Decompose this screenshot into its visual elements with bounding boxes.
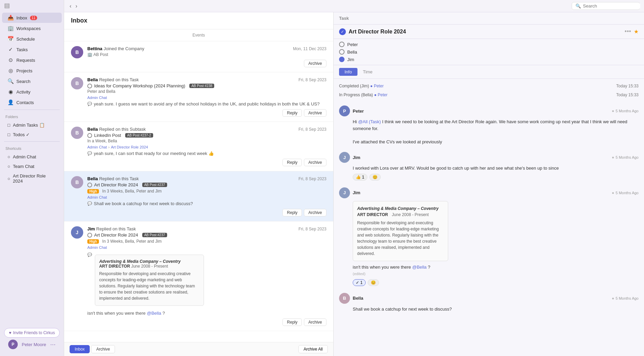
msg-task-5: Art Director Role 2024 AB Post #237 xyxy=(87,232,326,238)
chat-author-bella: Bella xyxy=(353,296,363,301)
time-tab[interactable]: Time xyxy=(357,68,378,76)
reaction-smile-2[interactable]: 😊 xyxy=(368,279,379,286)
reactions-jim-1: 👍 1 😊 xyxy=(339,174,639,181)
sidebar-toggle[interactable]: ▤ xyxy=(4,2,10,9)
main-area: ‹ › 🔍 Inbox Events B Bettina Joined the … xyxy=(64,0,644,356)
info-time-tabs: Info Time xyxy=(334,65,644,79)
shortcut-label-0: Admin Chat xyxy=(13,154,36,159)
msg-preview-5: isn't this when you were there @Bella ? xyxy=(87,311,326,316)
shortcut-item-0[interactable]: ○Admin Chat xyxy=(2,152,62,161)
task-section-header: Task xyxy=(334,12,644,25)
folder-item-1[interactable]: □Todos ✓ xyxy=(2,130,62,139)
archive-all-button[interactable]: Archive All xyxy=(298,345,328,353)
inbox-item-1[interactable]: B Bettina Joined the Company Mon, 11 Dec… xyxy=(64,41,333,72)
msg-author-1: Bettina Joined the Company xyxy=(87,46,144,51)
chat-avatar-jim-2: J xyxy=(339,187,350,198)
sidebar: ▤ 📥 Inbox 11 🏢 Workspaces 📅 Schedule ✓ T… xyxy=(0,0,64,356)
task-more-icon[interactable]: ••• xyxy=(625,28,631,35)
inbox-tab[interactable]: Inbox xyxy=(70,345,90,353)
msg-author-5: Jim Replied on this Task xyxy=(87,226,136,231)
sidebar-item-inbox[interactable]: 📥 Inbox 11 xyxy=(2,13,62,23)
msg-tag-2: Admin Chat xyxy=(87,96,107,100)
msg-content-4: Bella Replied on this Task Fri, 8 Sep 20… xyxy=(87,176,326,216)
status-item-2: In Progress (Bella) ● Peter Today 15:33 xyxy=(334,90,644,99)
sidebar-item-projects[interactable]: ◎ Projects xyxy=(2,66,62,76)
sidebar-item-requests[interactable]: ⊙ Requests xyxy=(2,55,62,65)
priority-row-4: High In 3 Weeks, Bella, Peter and Jim xyxy=(87,188,326,194)
task-name-row: ✓ Art Director Role 2024 ••• ★ xyxy=(334,25,644,39)
cv-preview-5: 💬 Advertising & Media Company – Coventry… xyxy=(87,252,326,309)
shortcut-icon-2: ○ xyxy=(8,176,10,181)
folder-icon-0: □ xyxy=(8,123,10,128)
archive-btn-3[interactable]: Archive xyxy=(304,159,326,166)
sidebar-label-contacts: Contacts xyxy=(16,100,34,105)
user-avatar: P xyxy=(8,340,18,349)
sidebar-item-schedule[interactable]: 📅 Schedule xyxy=(2,34,62,44)
schedule-icon: 📅 xyxy=(8,36,14,42)
sidebar-item-contacts[interactable]: 👤 Contacts xyxy=(2,97,62,108)
badge-2: AB Post #238 xyxy=(189,84,214,88)
task-star-icon[interactable]: ★ xyxy=(634,28,639,35)
chat-author-jim-1: Jim xyxy=(353,155,360,160)
msg-actions-4: Reply Archive xyxy=(87,209,326,216)
inbox-item-3[interactable]: B Bella Replied on this Subtask Fri, 8 S… xyxy=(64,122,333,171)
priority-high-4: High xyxy=(87,189,99,194)
inbox-tabs: Inbox Archive xyxy=(70,345,115,353)
inbox-item-4[interactable]: B Bella Replied on this Task Fri, 8 Sep … xyxy=(64,171,333,222)
folder-item-0[interactable]: □Admin Tasks 📋 xyxy=(2,120,62,130)
assignee-name-bella: Bella xyxy=(347,49,357,55)
sidebar-item-workspaces[interactable]: 🏢 Workspaces xyxy=(2,23,62,33)
inbox-item-2[interactable]: B Bella Replied on this Task Fri, 8 Sep … xyxy=(64,72,333,122)
chat-time-jim-1: ● 5 Months Ago xyxy=(612,155,639,160)
priority-row-5: High In 3 Weeks, Bella, Peter and Jim xyxy=(87,239,326,244)
assignees-list: Peter Bella Jim xyxy=(334,39,644,65)
sidebar-item-activity[interactable]: ◉ Activity xyxy=(2,87,62,97)
task-circle-3 xyxy=(87,133,92,138)
reaction-thumbs-1[interactable]: 👍 1 xyxy=(353,174,367,181)
inbox-item-5[interactable]: J Jim Replied on this Task Fri, 8 Sep 20… xyxy=(64,222,333,331)
sidebar-item-tasks[interactable]: ✓ Tasks xyxy=(2,44,62,55)
inbox-list: Events B Bettina Joined the Company Mon,… xyxy=(64,29,333,342)
shortcut-item-2[interactable]: ○Art Director Role 2024 xyxy=(2,171,62,186)
msg-preview-4: 💬 Shall we book a catchup for next week … xyxy=(87,201,326,206)
archive-btn-5[interactable]: Archive xyxy=(304,318,326,326)
task-circle-2 xyxy=(87,84,92,88)
archive-btn-2[interactable]: Archive xyxy=(304,109,326,117)
user-options-icon[interactable]: ⋯ xyxy=(50,341,56,348)
reaction-check-2[interactable]: ✓ 1 xyxy=(353,279,366,286)
folder-label-1: Todos ✓ xyxy=(13,132,30,137)
sidebar-item-search[interactable]: 🔍 Search xyxy=(2,76,62,86)
badge-5: AB Post #237 xyxy=(142,233,167,237)
assignee-circle-bella xyxy=(339,49,345,55)
chat-msg-bella: B Bella ● 5 Months Ago Shall we book a c… xyxy=(334,289,644,316)
reply-btn-3[interactable]: Reply xyxy=(282,159,302,166)
reaction-smile-1[interactable]: 😊 xyxy=(369,174,381,181)
forward-button[interactable]: › xyxy=(74,2,78,10)
sidebar-nav: 📥 Inbox 11 🏢 Workspaces 📅 Schedule ✓ Tas… xyxy=(0,11,64,324)
chat-avatar-bella: B xyxy=(339,293,350,304)
msg-actions-1: Archive xyxy=(87,60,326,67)
avatar-bella-3: B xyxy=(71,127,83,139)
reply-btn-2[interactable]: Reply xyxy=(282,109,302,117)
archive-btn-1[interactable]: Archive xyxy=(304,60,326,67)
msg-sub-1: 🏢 AB Post xyxy=(87,52,326,57)
archive-tab[interactable]: Archive xyxy=(91,345,115,353)
search-input[interactable] xyxy=(583,3,640,9)
sidebar-label-projects: Projects xyxy=(16,68,32,73)
sidebar-label-activity: Activity xyxy=(16,89,30,95)
folder-icon-1: □ xyxy=(8,132,10,137)
user-footer: P Peter Moore ⋯ xyxy=(4,338,60,352)
invite-button[interactable]: ♥ Invite Friends to Cirkus xyxy=(4,328,60,338)
archive-btn-4[interactable]: Archive xyxy=(304,209,326,216)
top-bar: ‹ › 🔍 xyxy=(64,0,644,12)
shortcut-item-1[interactable]: ○Team Chat xyxy=(2,162,62,171)
reply-btn-5[interactable]: Reply xyxy=(282,318,302,326)
msg-content-1: Bettina Joined the Company Mon, 11 Dec 2… xyxy=(87,46,326,67)
search-icon: 🔍 xyxy=(575,3,581,9)
reply-btn-4[interactable]: Reply xyxy=(282,209,302,216)
chat-author-jim-2: Jim xyxy=(353,190,360,195)
info-tab[interactable]: Info xyxy=(339,68,357,76)
shortcuts-label: Shortcuts xyxy=(0,144,64,152)
back-button[interactable]: ‹ xyxy=(68,2,73,10)
folder-label-0: Admin Tasks 📋 xyxy=(13,123,45,128)
